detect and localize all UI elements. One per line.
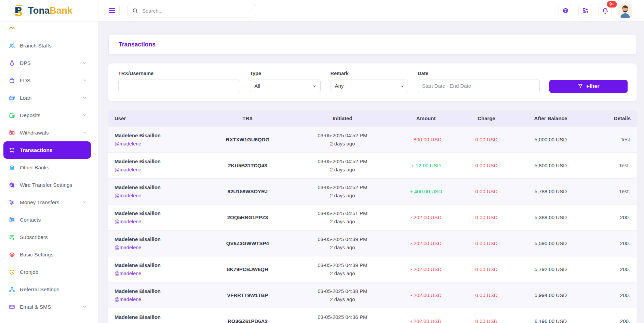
filter-button[interactable]: Filter: [549, 80, 628, 93]
cell-details: 200.: [595, 230, 637, 256]
initiated-date: 03-05-2025 04:36 PM: [306, 314, 379, 320]
transactions-swap-icon: [9, 147, 15, 154]
cell-initiated: 03-05-2025 04:52 PM 2 days ago: [300, 126, 385, 152]
cell-trx: 2KU5B31TCQ43: [196, 152, 300, 178]
header-actions: 9+: [559, 3, 632, 18]
sidebar-item-label: Basic Settings: [20, 252, 53, 258]
sidebar-item[interactable]: Transactions: [3, 141, 91, 159]
cell-initiated: 03-05-2025 04:38 PM 2 days ago: [300, 282, 385, 308]
cell-details: 200.: [595, 282, 637, 308]
sidebar-item-label: Branch Staffs: [20, 43, 52, 49]
sidebar-item[interactable]: Contacts: [3, 211, 91, 228]
page-title: Transactions: [119, 41, 156, 48]
username-link[interactable]: @madelene: [115, 193, 141, 198]
initiated-ago: 2 days ago: [306, 296, 379, 302]
app-window: TonaBank Branch Staffs DPS FDS Lo: [0, 0, 644, 323]
chevron-down-icon: [82, 113, 87, 117]
sidebar-item-label: Cronjob: [20, 269, 38, 275]
sidebar-item[interactable]: Referral Settings: [3, 281, 91, 298]
globe-icon: [562, 7, 569, 14]
cell-after-balance: 5,590.00 USD: [506, 230, 595, 256]
chevron-down-icon: [82, 61, 87, 65]
trx-username-input[interactable]: [118, 80, 240, 92]
cell-amount: - 202.00 USD: [385, 282, 467, 308]
sidebar-item[interactable]: Cronjob: [3, 263, 91, 281]
sidebar-item[interactable]: Deposits: [3, 107, 91, 124]
sidebar-item[interactable]: Email & SMS: [3, 298, 91, 315]
cell-charge: 0.00 USD: [467, 152, 506, 178]
cell-amount: + 12.00 USD: [385, 152, 467, 178]
sidebar-item[interactable]: Other Banks: [3, 159, 91, 176]
type-label: Type: [250, 71, 321, 76]
sidebar-item[interactable]: Wire Transfer Settings: [3, 176, 91, 194]
sidebar-item[interactable]: Branch Staffs: [3, 37, 91, 54]
initiated-date: 03-05-2025 04:52 PM: [306, 132, 379, 138]
username-link[interactable]: @madelene: [115, 297, 141, 302]
sidebar-item[interactable]: Subscribers: [3, 228, 91, 246]
cell-user: Madelene Bisaillon @madelene: [108, 256, 196, 282]
username-link[interactable]: @madelene: [115, 271, 141, 276]
search-input[interactable]: [142, 8, 252, 14]
sidebar-item[interactable]: [3, 27, 91, 32]
sidebar-item[interactable]: Withdrawals: [3, 124, 91, 141]
sidebar-item[interactable]: Money Transfers: [3, 194, 91, 211]
username-link[interactable]: @madelene: [115, 167, 141, 172]
brand-logo[interactable]: TonaBank: [0, 0, 98, 22]
users-icon: [9, 27, 15, 32]
apps-grid-icon: [582, 7, 589, 14]
initiated-ago: 2 days ago: [306, 244, 379, 250]
username-link[interactable]: @madelene: [115, 141, 141, 146]
cell-trx: RXTXW1GU6QDG: [196, 126, 300, 152]
sidebar-item[interactable]: FDS: [3, 72, 91, 89]
sidebar-item[interactable]: Loan: [3, 89, 91, 107]
notification-badge: 9+: [607, 1, 617, 8]
column-header: Amount: [385, 111, 467, 126]
money-bag-icon: [9, 60, 15, 67]
chevron-down-icon: [82, 130, 87, 135]
money-transfer-icon: [9, 199, 15, 206]
initiated-date: 03-05-2025 04:52 PM: [306, 158, 379, 164]
cell-initiated: 03-05-2025 04:52 PM 2 days ago: [300, 178, 385, 204]
username-link[interactable]: @madelene: [115, 245, 141, 250]
table-row: Madelene Bisaillon @madelene 2OQ5HBG1PPZ…: [108, 204, 637, 230]
locked-savings-icon: [9, 77, 15, 84]
sidebar-item-label: Deposits: [20, 112, 40, 118]
username-link[interactable]: @madelene: [115, 219, 141, 224]
page-title-card: Transactions: [108, 34, 637, 55]
trx-username-label: TRX/Username: [118, 71, 240, 76]
initiated-ago: 2 days ago: [306, 167, 379, 172]
cell-trx: 8K79PCBJW6QH: [196, 256, 300, 282]
notifications-button[interactable]: 9+: [598, 4, 612, 17]
cell-trx: VFRRTT9W1TBP: [196, 282, 300, 308]
user-avatar[interactable]: [618, 3, 632, 18]
cell-user: Madelene Bisaillon @madelene: [108, 126, 196, 152]
sidebar-item[interactable]: DPS: [3, 54, 91, 72]
initiated-date: 03-05-2025 04:39 PM: [306, 262, 379, 268]
date-range-input[interactable]: [418, 80, 540, 92]
sidebar-item-label: Other Banks: [20, 165, 49, 171]
cell-user: Madelene Bisaillon @madelene: [108, 230, 196, 256]
sidebar-toggle-button[interactable]: [105, 4, 120, 17]
language-button[interactable]: [559, 4, 572, 17]
cell-details: 200.: [595, 256, 637, 282]
user-fullname: Madelene Bisaillon: [115, 314, 189, 320]
sidebar-item-label: Email & SMS: [20, 304, 51, 310]
apps-button[interactable]: [578, 4, 592, 17]
user-fullname: Madelene Bisaillon: [115, 132, 189, 138]
cell-after-balance: 5,800.00 USD: [506, 152, 595, 178]
type-select[interactable]: All: [250, 80, 321, 92]
cell-initiated: 03-05-2025 04:36 PM 2 days ago: [300, 308, 385, 323]
cell-user: Madelene Bisaillon @madelene: [108, 178, 196, 204]
column-header: Details: [595, 111, 637, 126]
remark-label: Remark: [331, 71, 408, 76]
wallet-icon: [9, 112, 15, 119]
filter-panel: TRX/Username Type All Remark: [108, 64, 637, 101]
remark-select[interactable]: Any: [331, 80, 408, 92]
chevron-down-icon: [82, 305, 87, 309]
initiated-date: 03-05-2025 04:38 PM: [306, 288, 379, 294]
cell-trx: RO3GZ61PD6A2: [196, 308, 300, 323]
banknote-icon: [9, 95, 15, 101]
cell-details: Test: [595, 126, 637, 152]
sidebar-item[interactable]: Basic Settings: [3, 246, 91, 263]
chevron-down-icon: [82, 96, 87, 100]
